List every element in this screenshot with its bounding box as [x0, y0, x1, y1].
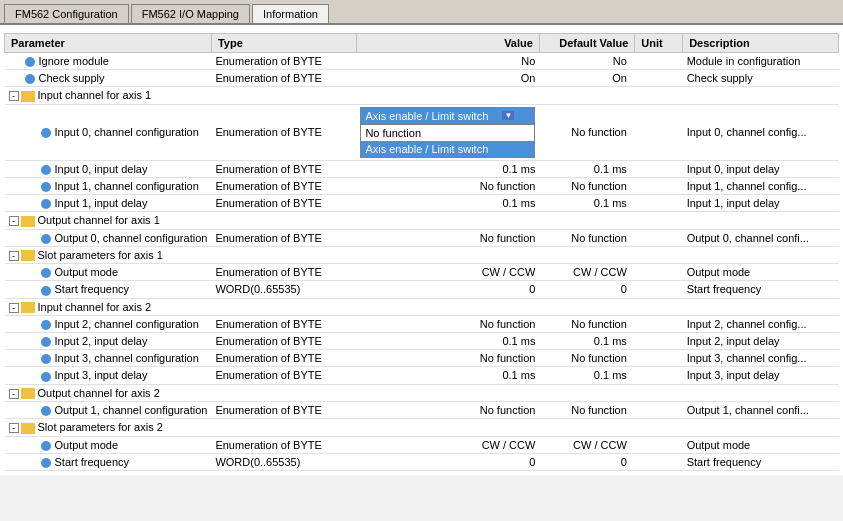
- param-desc-cell: Output 1, channel confi...: [683, 402, 839, 419]
- param-value-cell[interactable]: Axis enable / Limit switch▼No functionAx…: [356, 104, 539, 160]
- param-name-cell: Input 3, channel configuration: [5, 350, 212, 367]
- dropdown-arrow-icon[interactable]: ▼: [502, 111, 514, 120]
- param-value-cell: 0: [356, 453, 539, 470]
- param-name-cell: Input 1, input delay: [5, 194, 212, 211]
- table-header-row: Parameter Type Value Default Value Unit …: [5, 34, 839, 53]
- col-header-type: Type: [211, 34, 356, 53]
- dropdown-header[interactable]: Axis enable / Limit switch▼: [360, 107, 535, 124]
- param-desc-cell: Input 0, input delay: [683, 160, 839, 177]
- param-unit-cell: [635, 53, 683, 70]
- param-value-cell: No function: [356, 229, 539, 246]
- param-default-cell: 0.1 ms: [539, 160, 634, 177]
- param-unit-cell: [635, 160, 683, 177]
- expand-icon[interactable]: -: [9, 423, 19, 433]
- param-type-cell: Enumeration of BYTE: [211, 53, 356, 70]
- param-label: Input 1, channel configuration: [55, 180, 199, 192]
- param-name-cell: Output 0, channel configuration: [5, 229, 212, 246]
- dropdown-selected-text: Axis enable / Limit switch: [365, 110, 488, 122]
- param-type-cell: Enumeration of BYTE: [211, 160, 356, 177]
- param-type-cell: Enumeration of BYTE: [211, 436, 356, 453]
- param-label: Input 0, channel configuration: [55, 126, 199, 138]
- param-name-cell: Output mode: [5, 436, 212, 453]
- param-name-cell: Input 0, input delay: [5, 160, 212, 177]
- group-label: Slot parameters for axis 1: [38, 249, 163, 261]
- param-default-cell: No function: [539, 104, 634, 160]
- param-value-cell: 0.1 ms: [356, 367, 539, 384]
- param-unit-cell: [635, 350, 683, 367]
- table-row: Input 2, input delayEnumeration of BYTE0…: [5, 333, 839, 350]
- param-label: Input 2, input delay: [55, 335, 148, 347]
- param-label: Input 2, channel configuration: [55, 318, 199, 330]
- folder-icon: [21, 388, 35, 399]
- dropdown-option[interactable]: No function: [361, 125, 534, 141]
- param-label: Check supply: [39, 72, 105, 84]
- expand-icon[interactable]: -: [9, 389, 19, 399]
- param-name-cell: Start frequency: [5, 281, 212, 298]
- expand-icon[interactable]: -: [9, 251, 19, 261]
- param-desc-cell: Output mode: [683, 436, 839, 453]
- expand-icon[interactable]: -: [9, 91, 19, 101]
- param-default-cell: No function: [539, 316, 634, 333]
- param-default-cell: 0: [539, 453, 634, 470]
- param-type-cell: WORD(0..65535): [211, 281, 356, 298]
- param-default-cell: No function: [539, 177, 634, 194]
- expand-icon[interactable]: -: [9, 303, 19, 313]
- group-label: Input channel for axis 2: [38, 301, 152, 313]
- param-value-cell: 0: [356, 281, 539, 298]
- param-type-cell: Enumeration of BYTE: [211, 350, 356, 367]
- param-icon: [41, 234, 51, 244]
- param-icon: [41, 372, 51, 382]
- param-icon: [25, 74, 35, 84]
- param-value-cell: CW / CCW: [356, 264, 539, 281]
- table-row: Input 2, channel configurationEnumeratio…: [5, 316, 839, 333]
- param-label: Start frequency: [55, 283, 130, 295]
- tab-fm562-config[interactable]: FM562 Configuration: [4, 4, 129, 23]
- param-value-cell: No function: [356, 316, 539, 333]
- param-icon: [41, 165, 51, 175]
- param-name-cell: Input 2, channel configuration: [5, 316, 212, 333]
- param-value-cell: No function: [356, 350, 539, 367]
- group-row: -Output channel for axis 1: [5, 212, 839, 230]
- tab-fm562-io[interactable]: FM562 I/O Mapping: [131, 4, 250, 23]
- param-desc-cell: Check supply: [683, 70, 839, 87]
- param-label: Input 3, input delay: [55, 369, 148, 381]
- group-row: -Slot parameters for axis 1: [5, 246, 839, 264]
- group-row: -Input channel for axis 2: [5, 298, 839, 316]
- param-unit-cell: [635, 177, 683, 194]
- param-desc-cell: Output 0, channel confi...: [683, 229, 839, 246]
- tab-information[interactable]: Information: [252, 4, 329, 23]
- dropdown-option[interactable]: Axis enable / Limit switch: [361, 141, 534, 157]
- param-label: Input 3, channel configuration: [55, 352, 199, 364]
- param-value-cell: No function: [356, 177, 539, 194]
- param-value-cell: No: [356, 53, 539, 70]
- expand-icon[interactable]: -: [9, 216, 19, 226]
- param-default-cell: 0.1 ms: [539, 367, 634, 384]
- param-default-cell: CW / CCW: [539, 264, 634, 281]
- param-label: Output 1, channel configuration: [55, 404, 208, 416]
- param-type-cell: Enumeration of BYTE: [211, 316, 356, 333]
- param-label: Output 0, channel configuration: [55, 232, 208, 244]
- param-default-cell: CW / CCW: [539, 436, 634, 453]
- param-name-cell: Input 2, input delay: [5, 333, 212, 350]
- table-row: Output modeEnumeration of BYTECW / CCWCW…: [5, 436, 839, 453]
- param-name-cell: Input 0, channel configuration: [5, 104, 212, 160]
- param-unit-cell: [635, 70, 683, 87]
- param-unit-cell: [635, 453, 683, 470]
- table-row: Ignore moduleEnumeration of BYTENoNoModu…: [5, 53, 839, 70]
- param-value-cell: On: [356, 70, 539, 87]
- param-desc-cell: Input 1, input delay: [683, 194, 839, 211]
- param-name-cell: Ignore module: [5, 53, 212, 70]
- param-desc-cell: Input 1, channel config...: [683, 177, 839, 194]
- param-value-cell: No function: [356, 402, 539, 419]
- param-type-cell: Enumeration of BYTE: [211, 264, 356, 281]
- param-type-cell: Enumeration of BYTE: [211, 194, 356, 211]
- param-value-cell: CW / CCW: [356, 436, 539, 453]
- col-header-unit: Unit: [635, 34, 683, 53]
- param-default-cell: 0.1 ms: [539, 333, 634, 350]
- col-header-value: Value: [356, 34, 539, 53]
- param-default-cell: No function: [539, 402, 634, 419]
- main-content: Parameter Type Value Default Value Unit …: [0, 25, 843, 475]
- param-name-cell: Output mode: [5, 264, 212, 281]
- param-icon: [25, 57, 35, 67]
- param-desc-cell: Output mode: [683, 264, 839, 281]
